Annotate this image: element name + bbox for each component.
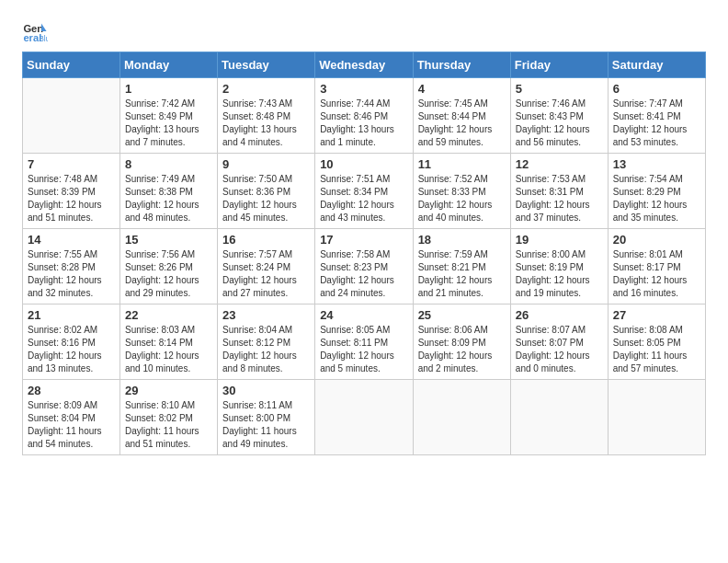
day-number: 30	[222, 384, 310, 397]
day-number: 7	[28, 157, 115, 171]
day-info: Sunrise: 8:01 AMSunset: 8:17 PMDaylight:…	[613, 248, 700, 300]
day-info: Sunrise: 8:06 AMSunset: 8:09 PMDaylight:…	[418, 324, 506, 375]
day-info: Sunrise: 8:00 AMSunset: 8:19 PMDaylight:…	[516, 248, 603, 300]
logo: Gen eral Blue	[22, 18, 50, 44]
calendar-cell: 26Sunrise: 8:07 AMSunset: 8:07 PMDayligh…	[510, 304, 608, 380]
calendar-cell: 24Sunrise: 8:05 AMSunset: 8:11 PMDayligh…	[315, 304, 413, 380]
calendar-week-row: 14Sunrise: 7:55 AMSunset: 8:28 PMDayligh…	[23, 229, 706, 304]
day-number: 29	[125, 384, 212, 397]
calendar-cell: 9Sunrise: 7:50 AMSunset: 8:36 PMDaylight…	[218, 154, 315, 229]
calendar-week-row: 7Sunrise: 7:48 AMSunset: 8:39 PMDaylight…	[23, 154, 706, 229]
day-info: Sunrise: 7:56 AMSunset: 8:26 PMDaylight:…	[125, 248, 212, 300]
day-info: Sunrise: 7:57 AMSunset: 8:24 PMDaylight:…	[222, 248, 310, 300]
day-info: Sunrise: 7:46 AMSunset: 8:43 PMDaylight:…	[516, 98, 603, 149]
weekday-header: Saturday	[608, 52, 705, 78]
day-number: 27	[613, 308, 700, 322]
day-number: 22	[125, 308, 212, 322]
calendar-cell: 1Sunrise: 7:42 AMSunset: 8:49 PMDaylight…	[120, 78, 218, 154]
calendar-cell: 16Sunrise: 7:57 AMSunset: 8:24 PMDayligh…	[218, 229, 315, 304]
day-info: Sunrise: 7:42 AMSunset: 8:49 PMDaylight:…	[125, 98, 212, 149]
day-number: 13	[613, 157, 700, 171]
day-number: 18	[418, 233, 506, 247]
weekday-header: Tuesday	[218, 52, 315, 78]
calendar-cell: 15Sunrise: 7:56 AMSunset: 8:26 PMDayligh…	[120, 229, 218, 304]
calendar-cell	[413, 380, 510, 455]
day-number: 25	[418, 308, 506, 322]
day-info: Sunrise: 8:04 AMSunset: 8:12 PMDaylight:…	[222, 324, 310, 375]
day-info: Sunrise: 7:59 AMSunset: 8:21 PMDaylight:…	[418, 248, 506, 300]
day-info: Sunrise: 8:08 AMSunset: 8:05 PMDaylight:…	[613, 324, 700, 375]
day-number: 14	[28, 233, 115, 247]
day-info: Sunrise: 7:45 AMSunset: 8:44 PMDaylight:…	[418, 98, 506, 149]
calendar-cell: 21Sunrise: 8:02 AMSunset: 8:16 PMDayligh…	[23, 304, 120, 380]
day-number: 12	[516, 157, 603, 171]
calendar-cell: 17Sunrise: 7:58 AMSunset: 8:23 PMDayligh…	[315, 229, 413, 304]
day-info: Sunrise: 7:58 AMSunset: 8:23 PMDaylight:…	[320, 248, 407, 300]
weekday-header: Thursday	[413, 52, 510, 78]
calendar-cell: 20Sunrise: 8:01 AMSunset: 8:17 PMDayligh…	[608, 229, 705, 304]
day-info: Sunrise: 8:03 AMSunset: 8:14 PMDaylight:…	[125, 324, 212, 375]
calendar-week-row: 1Sunrise: 7:42 AMSunset: 8:49 PMDaylight…	[23, 78, 706, 154]
weekday-header: Wednesday	[315, 52, 413, 78]
day-number: 10	[320, 157, 407, 171]
day-info: Sunrise: 7:43 AMSunset: 8:48 PMDaylight:…	[222, 98, 310, 149]
calendar-cell: 19Sunrise: 8:00 AMSunset: 8:19 PMDayligh…	[510, 229, 608, 304]
day-info: Sunrise: 7:50 AMSunset: 8:36 PMDaylight:…	[222, 173, 310, 224]
day-number: 24	[320, 308, 407, 322]
calendar-cell: 10Sunrise: 7:51 AMSunset: 8:34 PMDayligh…	[315, 154, 413, 229]
day-number: 2	[222, 82, 310, 96]
day-info: Sunrise: 8:09 AMSunset: 8:04 PMDaylight:…	[28, 399, 115, 451]
day-info: Sunrise: 7:55 AMSunset: 8:28 PMDaylight:…	[28, 248, 115, 300]
calendar-header-row: SundayMondayTuesdayWednesdayThursdayFrid…	[23, 52, 706, 78]
calendar-cell: 23Sunrise: 8:04 AMSunset: 8:12 PMDayligh…	[218, 304, 315, 380]
calendar-cell	[23, 78, 120, 154]
calendar-cell: 14Sunrise: 7:55 AMSunset: 8:28 PMDayligh…	[23, 229, 120, 304]
calendar-table: SundayMondayTuesdayWednesdayThursdayFrid…	[22, 52, 706, 455]
day-info: Sunrise: 7:54 AMSunset: 8:29 PMDaylight:…	[613, 173, 700, 224]
calendar-cell: 29Sunrise: 8:10 AMSunset: 8:02 PMDayligh…	[120, 380, 218, 455]
calendar-cell: 27Sunrise: 8:08 AMSunset: 8:05 PMDayligh…	[608, 304, 705, 380]
calendar-cell: 18Sunrise: 7:59 AMSunset: 8:21 PMDayligh…	[413, 229, 510, 304]
day-info: Sunrise: 7:52 AMSunset: 8:33 PMDaylight:…	[418, 173, 506, 224]
calendar-cell: 13Sunrise: 7:54 AMSunset: 8:29 PMDayligh…	[608, 154, 705, 229]
calendar-cell	[315, 380, 413, 455]
day-info: Sunrise: 7:51 AMSunset: 8:34 PMDaylight:…	[320, 173, 407, 224]
calendar-cell: 4Sunrise: 7:45 AMSunset: 8:44 PMDaylight…	[413, 78, 510, 154]
day-number: 15	[125, 233, 212, 247]
calendar-cell: 5Sunrise: 7:46 AMSunset: 8:43 PMDaylight…	[510, 78, 608, 154]
day-number: 16	[222, 233, 310, 247]
day-number: 4	[418, 82, 506, 96]
weekday-header: Friday	[510, 52, 608, 78]
day-number: 5	[516, 82, 603, 96]
day-number: 19	[516, 233, 603, 247]
calendar-cell: 3Sunrise: 7:44 AMSunset: 8:46 PMDaylight…	[315, 78, 413, 154]
day-info: Sunrise: 7:49 AMSunset: 8:38 PMDaylight:…	[125, 173, 212, 224]
weekday-header: Sunday	[23, 52, 120, 78]
calendar-cell: 2Sunrise: 7:43 AMSunset: 8:48 PMDaylight…	[218, 78, 315, 154]
calendar-cell: 28Sunrise: 8:09 AMSunset: 8:04 PMDayligh…	[23, 380, 120, 455]
calendar-week-row: 21Sunrise: 8:02 AMSunset: 8:16 PMDayligh…	[23, 304, 706, 380]
day-info: Sunrise: 8:10 AMSunset: 8:02 PMDaylight:…	[125, 399, 212, 451]
day-info: Sunrise: 8:05 AMSunset: 8:11 PMDaylight:…	[320, 324, 407, 375]
day-number: 11	[418, 157, 506, 171]
day-number: 21	[28, 308, 115, 322]
calendar-cell: 30Sunrise: 8:11 AMSunset: 8:00 PMDayligh…	[218, 380, 315, 455]
day-info: Sunrise: 7:44 AMSunset: 8:46 PMDaylight:…	[320, 98, 407, 149]
calendar-week-row: 28Sunrise: 8:09 AMSunset: 8:04 PMDayligh…	[23, 380, 706, 455]
day-number: 17	[320, 233, 407, 247]
calendar-cell: 12Sunrise: 7:53 AMSunset: 8:31 PMDayligh…	[510, 154, 608, 229]
calendar-cell: 7Sunrise: 7:48 AMSunset: 8:39 PMDaylight…	[23, 154, 120, 229]
day-number: 8	[125, 157, 212, 171]
day-info: Sunrise: 7:53 AMSunset: 8:31 PMDaylight:…	[516, 173, 603, 224]
day-number: 26	[516, 308, 603, 322]
day-info: Sunrise: 7:48 AMSunset: 8:39 PMDaylight:…	[28, 173, 115, 224]
calendar-cell: 11Sunrise: 7:52 AMSunset: 8:33 PMDayligh…	[413, 154, 510, 229]
day-info: Sunrise: 8:02 AMSunset: 8:16 PMDaylight:…	[28, 324, 115, 375]
page-header: Gen eral Blue	[22, 18, 706, 44]
day-number: 6	[613, 82, 700, 96]
day-number: 20	[613, 233, 700, 247]
weekday-header: Monday	[120, 52, 218, 78]
day-info: Sunrise: 8:11 AMSunset: 8:00 PMDaylight:…	[222, 399, 310, 451]
calendar-cell: 6Sunrise: 7:47 AMSunset: 8:41 PMDaylight…	[608, 78, 705, 154]
logo-icon: Gen eral Blue	[22, 18, 48, 44]
